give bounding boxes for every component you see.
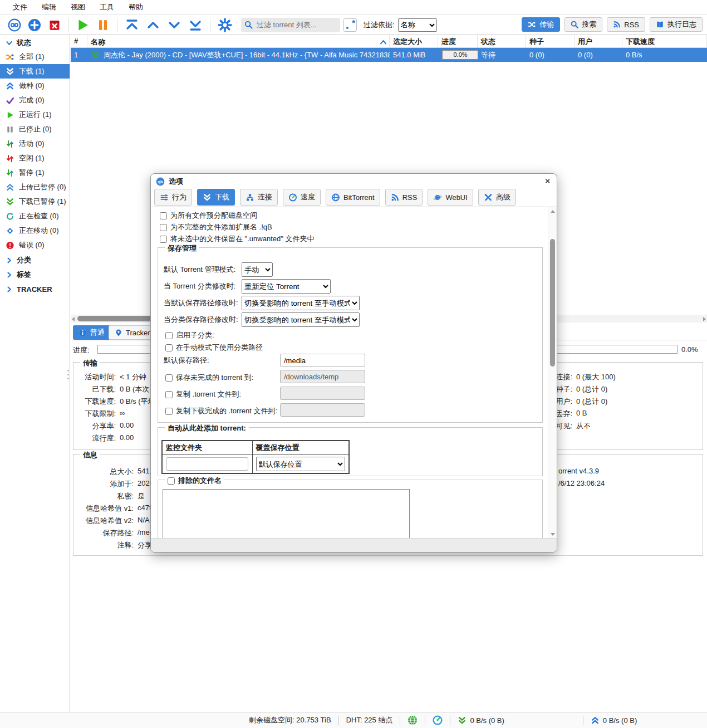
sidebar-section-status[interactable]: 状态: [0, 36, 70, 50]
check-icon: [6, 96, 14, 105]
tmm-mode-select[interactable]: 手动: [242, 262, 273, 277]
scroll-right-arrow[interactable]: [703, 317, 706, 321]
category-changed-select[interactable]: 重新定位 Torrent: [242, 279, 331, 294]
copy-torrent-checkbox[interactable]: [165, 391, 173, 398]
field-value: 从不: [576, 421, 591, 431]
copy-finished-torrent-checkbox[interactable]: [165, 408, 173, 415]
sidebar-item-completed[interactable]: 完成 (0): [0, 93, 70, 108]
sidebar-item-upload-paused[interactable]: 上传已暂停 (0): [0, 180, 70, 194]
delete-torrent-button[interactable]: [47, 18, 62, 32]
excluded-filenames-checkbox[interactable]: [168, 477, 175, 485]
autoadd-fieldset: 自动从此处添加 torrent: 监控文件夹 覆盖保存位置 默认保存位置: [158, 427, 543, 476]
sidebar-item-checking[interactable]: 正在检查 (0): [0, 209, 70, 223]
sidebar-item-active[interactable]: 活动 (0): [0, 136, 70, 151]
col-dl-speed[interactable]: 下载速度: [622, 35, 707, 47]
sidebar-item-moving[interactable]: 正在移动 (0): [0, 223, 70, 238]
tab-execution-log[interactable]: 执行日志: [650, 17, 703, 32]
col-size[interactable]: 选定大小: [390, 35, 438, 47]
sidebar-item-download-paused[interactable]: 下载已暂停 (1): [0, 194, 70, 209]
field-value: < 1 分钟: [120, 372, 146, 382]
regex-filter-button[interactable]: *: [343, 18, 357, 32]
col-progress[interactable]: 进度: [438, 35, 478, 47]
options-tab-webui[interactable]: WebUI: [428, 189, 473, 206]
sidebar-item-paused[interactable]: 暂停 (1): [0, 165, 70, 180]
default-path-changed-select[interactable]: 切换受影响的 torrent 至手动模式: [242, 296, 360, 310]
category-path-changed-select[interactable]: 切换受影响的 torrent 至手动模式: [242, 312, 360, 327]
splitter-handle[interactable]: [67, 368, 70, 382]
options-tab-advanced[interactable]: 高级: [478, 189, 516, 206]
col-seeds[interactable]: 种子: [526, 35, 575, 47]
scrollbar-thumb[interactable]: [550, 239, 555, 367]
sidebar-item-all[interactable]: 全部 (1): [0, 50, 70, 64]
sidebar-section-tags[interactable]: 标签: [0, 268, 70, 281]
dialog-scrollbar[interactable]: [548, 207, 557, 539]
watch-folder-input[interactable]: [166, 457, 248, 471]
sidebar-item-inactive[interactable]: 空闲 (1): [0, 151, 70, 165]
tab-rss[interactable]: RSS: [607, 17, 645, 32]
preallocate-checkbox[interactable]: [160, 212, 167, 219]
add-torrent-link-button[interactable]: [7, 18, 22, 32]
options-tab-rss[interactable]: RSS: [385, 189, 423, 206]
options-tab-downloads[interactable]: 下载: [197, 189, 235, 206]
view-tabs: 传输 搜索 RSS 执行日志: [522, 17, 703, 32]
tab-search[interactable]: 搜索: [564, 17, 602, 32]
incomplete-path-checkbox[interactable]: [165, 374, 173, 382]
torrent-row[interactable]: 1 周杰伦 - Jay (2000) - CD - [WAV整轨+CUE] - …: [71, 48, 707, 62]
sidebar-item-seeding[interactable]: 做种 (0): [0, 79, 70, 93]
sidebar-section-trackers[interactable]: TRACKER: [0, 282, 70, 296]
options-tab-behavior[interactable]: 行为: [154, 189, 192, 206]
queue-down-button[interactable]: [166, 18, 182, 32]
sidebar-item-stopped[interactable]: 已停止 (0): [0, 122, 70, 136]
scroll-up-arrow[interactable]: [551, 210, 555, 213]
queue-bottom-button[interactable]: [188, 18, 203, 32]
double-chevron-up-icon: [6, 82, 14, 90]
scroll-left-arrow[interactable]: [72, 317, 75, 321]
options-tab-bittorrent[interactable]: BitTorrent: [326, 189, 380, 206]
filter-by-select[interactable]: 名称: [398, 18, 437, 32]
queue-up-button[interactable]: [145, 18, 161, 32]
menu-tools[interactable]: 工具: [92, 0, 121, 14]
props-tab-general[interactable]: 普通: [73, 325, 110, 340]
scroll-down-arrow[interactable]: [551, 533, 555, 536]
rss-icon: [613, 21, 621, 28]
incomplete-path-input[interactable]: [280, 370, 365, 383]
props-tab-trackers[interactable]: Tracker: [109, 325, 156, 340]
incomplete-extension-checkbox[interactable]: [160, 224, 167, 231]
close-icon[interactable]: ×: [545, 176, 550, 185]
default-save-path-input[interactable]: [280, 354, 365, 367]
options-tab-speed[interactable]: 速度: [283, 189, 321, 206]
menu-view[interactable]: 视图: [63, 0, 92, 14]
dialog-titlebar[interactable]: qb 选项 ×: [151, 174, 557, 189]
tab-label: BitTorrent: [343, 193, 375, 202]
queue-top-button[interactable]: [124, 18, 140, 32]
copy-finished-torrent-input[interactable]: [280, 403, 365, 417]
tab-transfers[interactable]: 传输: [522, 17, 560, 32]
menu-help[interactable]: 帮助: [121, 0, 150, 14]
sidebar-item-downloading[interactable]: 下载 (1): [0, 64, 70, 79]
tab-label: 执行日志: [667, 19, 696, 30]
add-torrent-file-button[interactable]: [27, 18, 42, 32]
col-status[interactable]: 状态: [478, 35, 526, 47]
excluded-filenames-textarea[interactable]: [163, 489, 410, 539]
options-tab-connection[interactable]: 连接: [240, 189, 278, 206]
menu-edit[interactable]: 编辑: [35, 0, 63, 14]
category-paths-manual-checkbox[interactable]: [165, 344, 173, 351]
options-button[interactable]: [217, 17, 233, 33]
sidebar-item-errored[interactable]: 错误 (0): [0, 238, 70, 252]
alt-speed-limits-toggle[interactable]: [433, 715, 443, 725]
dht-nodes[interactable]: DHT: 225 结点: [346, 715, 393, 725]
resume-button[interactable]: [76, 18, 90, 32]
torrent-filter-input[interactable]: [256, 20, 336, 30]
sidebar-item-running[interactable]: 正运行 (1): [0, 108, 70, 122]
pause-button[interactable]: [96, 18, 110, 32]
col-number[interactable]: #: [71, 35, 87, 47]
override-location-select[interactable]: 默认保存位置: [256, 457, 345, 471]
field-label: 分享率:: [76, 421, 116, 431]
subcategories-checkbox[interactable]: [165, 332, 173, 339]
copy-torrent-input[interactable]: [280, 387, 365, 400]
unwanted-folder-checkbox[interactable]: [160, 236, 167, 243]
col-peers[interactable]: 用户: [575, 35, 622, 47]
sidebar-section-categories[interactable]: 分类: [0, 253, 70, 267]
col-name[interactable]: 名称: [87, 35, 390, 47]
menu-file[interactable]: 文件: [6, 0, 35, 14]
